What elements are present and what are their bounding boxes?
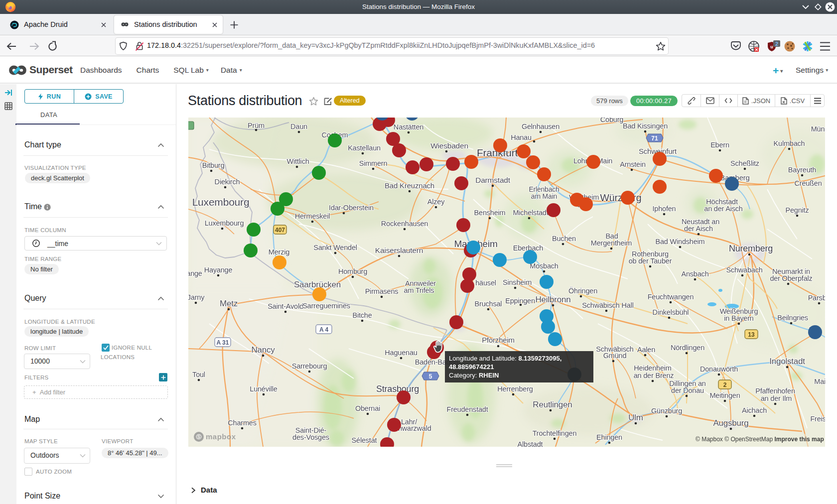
svg-text:Prüm: Prüm xyxy=(248,122,265,129)
svg-text:Kastellaun: Kastellaun xyxy=(348,144,381,152)
svg-text:Eppingen: Eppingen xyxy=(505,297,535,305)
svg-text:Creußen: Creußen xyxy=(794,179,822,187)
svg-text:Bruchsal: Bruchsal xyxy=(475,300,502,308)
svg-text:Bad Kreuznach: Bad Kreuznach xyxy=(385,181,434,190)
svg-text:Beilngries: Beilngries xyxy=(777,314,808,322)
svg-text:Nancy: Nancy xyxy=(251,345,275,355)
svg-text:Sankt Wendel: Sankt Wendel xyxy=(313,244,357,252)
svg-text:Longitude and Latitude: 8.1359: Longitude and Latitude: 8.1359273095, xyxy=(449,355,561,362)
svg-text:häusel: häusel xyxy=(475,279,496,287)
svg-text:71: 71 xyxy=(651,135,658,142)
svg-text:Wiesbaden: Wiesbaden xyxy=(430,141,468,150)
svg-text:am Main: am Main xyxy=(531,192,557,200)
svg-text:Homburg: Homburg xyxy=(338,267,367,275)
svg-text:Bitche: Bitche xyxy=(352,311,372,319)
svg-text:Feuchtwangen: Feuchtwangen xyxy=(648,293,694,301)
svg-text:an der Ilm: an der Ilm xyxy=(761,394,792,402)
svg-text:Heilbronn: Heilbronn xyxy=(536,295,571,304)
svg-text:Luxembourg: Luxembourg xyxy=(192,196,250,208)
svg-text:der Donau: der Donau xyxy=(671,386,704,394)
svg-text:Daun: Daun xyxy=(290,123,307,130)
svg-text:13: 13 xyxy=(748,331,755,338)
svg-text:Michelstadt: Michelstadt xyxy=(513,209,548,217)
svg-text:ob der Tauber: ob der Tauber xyxy=(629,257,672,265)
svg-text:Günzburg: Günzburg xyxy=(651,407,682,415)
svg-text:Nastätten: Nastätten xyxy=(394,123,423,131)
svg-text:Strasbourg: Strasbourg xyxy=(376,384,419,394)
svg-text:Bayreuth: Bayreuth xyxy=(788,166,817,174)
svg-text:Coburg: Coburg xyxy=(600,118,623,124)
svg-text:Luxembourg: Luxembourg xyxy=(205,219,244,227)
svg-text:Augsburg: Augsburg xyxy=(713,418,748,428)
svg-text:Arnstein: Arnstein xyxy=(620,160,646,168)
svg-text:Heidenheim: Heidenheim xyxy=(634,364,671,372)
svg-text:Ⓢ: Ⓢ xyxy=(196,434,202,440)
svg-text:Ebern: Ebern xyxy=(710,141,729,149)
svg-text:407: 407 xyxy=(275,227,285,234)
svg-text:Alzey: Alzey xyxy=(427,198,445,206)
svg-text:Schwabach: Schwabach xyxy=(726,266,762,274)
svg-text:Toul: Toul xyxy=(192,371,205,378)
svg-text:Gelnhausen: Gelnhausen xyxy=(522,123,559,130)
svg-text:Ingolstadt: Ingolstadt xyxy=(769,357,805,366)
svg-text:Pegnitz: Pegnitz xyxy=(786,206,809,214)
svg-text:Obernai: Obernai xyxy=(355,404,380,412)
svg-text:Hermeskeil: Hermeskeil xyxy=(295,212,330,220)
svg-text:Kulmbach: Kulmbach xyxy=(774,139,805,147)
svg-text:Meitingen: Meitingen xyxy=(709,391,740,399)
svg-text:Dinkelsbühl: Dinkelsbühl xyxy=(653,308,689,316)
svg-text:Pirmasens: Pirmasens xyxy=(365,287,399,295)
svg-text:des-Vosges: des-Vosges xyxy=(292,433,329,441)
svg-text:Jarny: Jarny xyxy=(188,293,205,301)
svg-text:2: 2 xyxy=(723,381,727,388)
svg-text:Schwäbisch Hall: Schwäbisch Hall xyxy=(582,301,633,309)
svg-text:Darmstadt: Darmstadt xyxy=(475,176,511,184)
svg-text:Bitburg: Bitburg xyxy=(202,161,225,169)
svg-text:Iphofen: Iphofen xyxy=(653,205,676,213)
svg-text:der Aisch: der Aisch xyxy=(684,225,713,233)
svg-text:Aalen: Aalen xyxy=(637,346,655,354)
svg-text:Würzburg: Würzburg xyxy=(600,192,642,203)
svg-text:Rockenhausen: Rockenhausen xyxy=(381,220,428,228)
svg-text:Kaiserslautern: Kaiserslautern xyxy=(375,246,423,254)
svg-text:Münch: Münch xyxy=(811,125,825,133)
svg-text:Scheßlitz: Scheßlitz xyxy=(730,159,759,167)
svg-text:Ansbach: Ansbach xyxy=(681,270,708,278)
svg-text:Bensheim: Bensheim xyxy=(474,209,506,217)
svg-text:Saint-Avold: Saint-Avold xyxy=(268,302,303,310)
svg-text:Donauwörth: Donauwörth xyxy=(700,365,738,373)
svg-text:Herrenberg: Herrenberg xyxy=(497,385,533,393)
svg-text:Idar-Oberstein: Idar-Oberstein xyxy=(329,204,374,212)
svg-text:Freudenstadt: Freudenstadt xyxy=(446,405,488,413)
svg-text:Mair: Mair xyxy=(814,378,825,385)
svg-text:5: 5 xyxy=(429,373,432,380)
svg-text:Haguenau: Haguenau xyxy=(385,349,417,357)
svg-text:Mosbach: Mosbach xyxy=(530,262,558,270)
svg-text:Nördlingen: Nördlingen xyxy=(671,344,704,352)
svg-text:Lunéville: Lunéville xyxy=(250,385,278,393)
svg-text:an der Brenz: an der Brenz xyxy=(634,372,674,379)
svg-text:Trochtelfingen: Trochtelfingen xyxy=(533,429,577,437)
svg-text:Freis: Freis xyxy=(810,415,825,423)
svg-text:Diekirch: Diekirch xyxy=(215,178,240,186)
svg-text:Bad Windsheim: Bad Windsheim xyxy=(656,238,705,246)
svg-text:in Bayern: in Bayern xyxy=(724,314,754,322)
svg-text:© Mapbox © OpenStreetMap Impro: © Mapbox © OpenStreetMap Improve this ma… xyxy=(696,436,824,443)
svg-text:mapbox: mapbox xyxy=(206,432,236,441)
svg-text:Mergentheim: Mergentheim xyxy=(591,239,632,247)
svg-text:Buchen: Buchen xyxy=(552,235,576,243)
svg-text:Merzig: Merzig xyxy=(269,248,289,256)
svg-text:Gmünd: Gmünd xyxy=(603,352,627,360)
svg-text:Bad Kissingen: Bad Kissingen xyxy=(623,122,668,130)
svg-text:Sinsheim: Sinsheim xyxy=(503,278,532,286)
svg-text:Sélestat: Sélestat xyxy=(352,436,377,444)
svg-text:Nuremberg: Nuremberg xyxy=(729,244,773,253)
svg-text:Metz: Metz xyxy=(220,299,238,308)
svg-text:A 31: A 31 xyxy=(217,339,229,346)
svg-text:Simmern: Simmern xyxy=(359,159,388,167)
svg-text:Öhringen: Öhringen xyxy=(568,286,597,295)
svg-text:2: 2 xyxy=(775,41,778,47)
svg-text:Pfaffenhofen: Pfaffenhofen xyxy=(755,387,795,395)
svg-text:Albstadt: Albstadt xyxy=(518,440,543,447)
svg-text:Ehingen: Ehingen xyxy=(596,433,622,441)
